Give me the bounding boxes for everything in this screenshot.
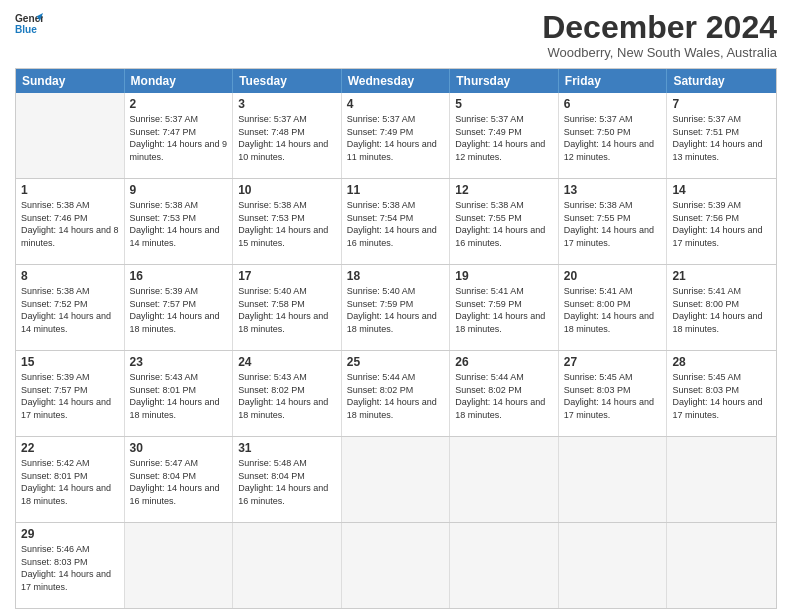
calendar: Sunday Monday Tuesday Wednesday Thursday… [15, 68, 777, 609]
calendar-week-6: 29Sunrise: 5:46 AMSunset: 8:03 PMDayligh… [16, 522, 776, 608]
calendar-cell [667, 437, 776, 522]
calendar-week-5: 22Sunrise: 5:42 AMSunset: 8:01 PMDayligh… [16, 436, 776, 522]
calendar-cell: 13Sunrise: 5:38 AMSunset: 7:55 PMDayligh… [559, 179, 668, 264]
calendar-cell: 7Sunrise: 5:37 AMSunset: 7:51 PMDaylight… [667, 93, 776, 178]
day-number: 20 [564, 269, 662, 283]
day-number: 12 [455, 183, 553, 197]
day-number: 24 [238, 355, 336, 369]
day-number: 11 [347, 183, 445, 197]
calendar-cell: 16Sunrise: 5:39 AMSunset: 7:57 PMDayligh… [125, 265, 234, 350]
day-number: 21 [672, 269, 771, 283]
cell-info: Sunrise: 5:40 AMSunset: 7:58 PMDaylight:… [238, 285, 336, 335]
day-number: 28 [672, 355, 771, 369]
calendar-header: Sunday Monday Tuesday Wednesday Thursday… [16, 69, 776, 93]
calendar-week-4: 15Sunrise: 5:39 AMSunset: 7:57 PMDayligh… [16, 350, 776, 436]
cell-info: Sunrise: 5:38 AMSunset: 7:55 PMDaylight:… [455, 199, 553, 249]
cell-info: Sunrise: 5:44 AMSunset: 8:02 PMDaylight:… [347, 371, 445, 421]
day-number: 27 [564, 355, 662, 369]
calendar-body: 2Sunrise: 5:37 AMSunset: 7:47 PMDaylight… [16, 93, 776, 608]
calendar-cell: 1Sunrise: 5:38 AMSunset: 7:46 PMDaylight… [16, 179, 125, 264]
day-number: 22 [21, 441, 119, 455]
calendar-cell: 22Sunrise: 5:42 AMSunset: 8:01 PMDayligh… [16, 437, 125, 522]
cell-info: Sunrise: 5:41 AMSunset: 8:00 PMDaylight:… [564, 285, 662, 335]
day-number: 10 [238, 183, 336, 197]
day-number: 9 [130, 183, 228, 197]
calendar-cell: 26Sunrise: 5:44 AMSunset: 8:02 PMDayligh… [450, 351, 559, 436]
cell-info: Sunrise: 5:39 AMSunset: 7:57 PMDaylight:… [130, 285, 228, 335]
calendar-cell [450, 437, 559, 522]
month-title: December 2024 [542, 10, 777, 45]
day-number: 7 [672, 97, 771, 111]
calendar-cell: 6Sunrise: 5:37 AMSunset: 7:50 PMDaylight… [559, 93, 668, 178]
calendar-cell: 10Sunrise: 5:38 AMSunset: 7:53 PMDayligh… [233, 179, 342, 264]
cell-info: Sunrise: 5:42 AMSunset: 8:01 PMDaylight:… [21, 457, 119, 507]
cell-info: Sunrise: 5:38 AMSunset: 7:53 PMDaylight:… [238, 199, 336, 249]
calendar-week-3: 8Sunrise: 5:38 AMSunset: 7:52 PMDaylight… [16, 264, 776, 350]
day-number: 29 [21, 527, 119, 541]
calendar-cell: 4Sunrise: 5:37 AMSunset: 7:49 PMDaylight… [342, 93, 451, 178]
dow-saturday: Saturday [667, 69, 776, 93]
calendar-cell [125, 523, 234, 608]
cell-info: Sunrise: 5:47 AMSunset: 8:04 PMDaylight:… [130, 457, 228, 507]
calendar-cell [342, 437, 451, 522]
cell-info: Sunrise: 5:40 AMSunset: 7:59 PMDaylight:… [347, 285, 445, 335]
calendar-cell: 30Sunrise: 5:47 AMSunset: 8:04 PMDayligh… [125, 437, 234, 522]
calendar-cell: 20Sunrise: 5:41 AMSunset: 8:00 PMDayligh… [559, 265, 668, 350]
dow-friday: Friday [559, 69, 668, 93]
dow-wednesday: Wednesday [342, 69, 451, 93]
calendar-cell [667, 523, 776, 608]
calendar-cell [342, 523, 451, 608]
location: Woodberry, New South Wales, Australia [542, 45, 777, 60]
cell-info: Sunrise: 5:48 AMSunset: 8:04 PMDaylight:… [238, 457, 336, 507]
calendar-cell: 19Sunrise: 5:41 AMSunset: 7:59 PMDayligh… [450, 265, 559, 350]
calendar-cell [559, 437, 668, 522]
cell-info: Sunrise: 5:39 AMSunset: 7:56 PMDaylight:… [672, 199, 771, 249]
dow-thursday: Thursday [450, 69, 559, 93]
day-number: 2 [130, 97, 228, 111]
cell-info: Sunrise: 5:37 AMSunset: 7:47 PMDaylight:… [130, 113, 228, 163]
calendar-cell: 11Sunrise: 5:38 AMSunset: 7:54 PMDayligh… [342, 179, 451, 264]
calendar-cell: 3Sunrise: 5:37 AMSunset: 7:48 PMDaylight… [233, 93, 342, 178]
day-number: 19 [455, 269, 553, 283]
day-number: 15 [21, 355, 119, 369]
dow-sunday: Sunday [16, 69, 125, 93]
header: General Blue December 2024 Woodberry, Ne… [15, 10, 777, 60]
calendar-cell: 31Sunrise: 5:48 AMSunset: 8:04 PMDayligh… [233, 437, 342, 522]
day-number: 17 [238, 269, 336, 283]
calendar-cell [233, 523, 342, 608]
logo-icon: General Blue [15, 10, 43, 38]
cell-info: Sunrise: 5:38 AMSunset: 7:52 PMDaylight:… [21, 285, 119, 335]
dow-monday: Monday [125, 69, 234, 93]
day-number: 6 [564, 97, 662, 111]
calendar-cell [559, 523, 668, 608]
calendar-cell: 17Sunrise: 5:40 AMSunset: 7:58 PMDayligh… [233, 265, 342, 350]
calendar-cell: 29Sunrise: 5:46 AMSunset: 8:03 PMDayligh… [16, 523, 125, 608]
day-number: 3 [238, 97, 336, 111]
cell-info: Sunrise: 5:45 AMSunset: 8:03 PMDaylight:… [672, 371, 771, 421]
calendar-cell: 25Sunrise: 5:44 AMSunset: 8:02 PMDayligh… [342, 351, 451, 436]
day-number: 23 [130, 355, 228, 369]
dow-tuesday: Tuesday [233, 69, 342, 93]
cell-info: Sunrise: 5:37 AMSunset: 7:49 PMDaylight:… [347, 113, 445, 163]
calendar-cell [16, 93, 125, 178]
day-number: 31 [238, 441, 336, 455]
calendar-cell: 27Sunrise: 5:45 AMSunset: 8:03 PMDayligh… [559, 351, 668, 436]
calendar-cell: 15Sunrise: 5:39 AMSunset: 7:57 PMDayligh… [16, 351, 125, 436]
calendar-cell [450, 523, 559, 608]
day-number: 26 [455, 355, 553, 369]
calendar-cell: 14Sunrise: 5:39 AMSunset: 7:56 PMDayligh… [667, 179, 776, 264]
cell-info: Sunrise: 5:46 AMSunset: 8:03 PMDaylight:… [21, 543, 119, 593]
cell-info: Sunrise: 5:38 AMSunset: 7:54 PMDaylight:… [347, 199, 445, 249]
cell-info: Sunrise: 5:45 AMSunset: 8:03 PMDaylight:… [564, 371, 662, 421]
cell-info: Sunrise: 5:38 AMSunset: 7:55 PMDaylight:… [564, 199, 662, 249]
calendar-cell: 5Sunrise: 5:37 AMSunset: 7:49 PMDaylight… [450, 93, 559, 178]
day-number: 13 [564, 183, 662, 197]
day-number: 18 [347, 269, 445, 283]
day-number: 5 [455, 97, 553, 111]
cell-info: Sunrise: 5:37 AMSunset: 7:48 PMDaylight:… [238, 113, 336, 163]
cell-info: Sunrise: 5:38 AMSunset: 7:46 PMDaylight:… [21, 199, 119, 249]
day-number: 8 [21, 269, 119, 283]
cell-info: Sunrise: 5:37 AMSunset: 7:51 PMDaylight:… [672, 113, 771, 163]
cell-info: Sunrise: 5:41 AMSunset: 8:00 PMDaylight:… [672, 285, 771, 335]
page: General Blue December 2024 Woodberry, Ne… [0, 0, 792, 612]
